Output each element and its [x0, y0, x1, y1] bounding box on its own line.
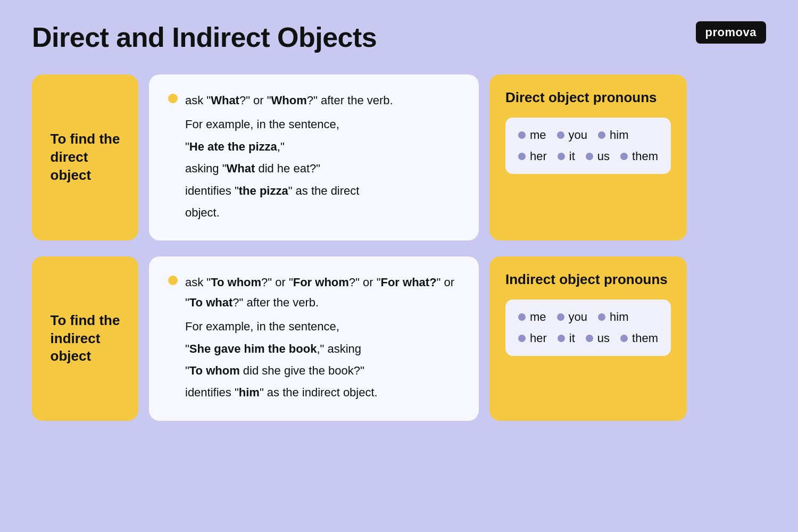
indirect-label-card: To find theindirectobject: [32, 256, 138, 420]
sections-container: To find thedirectobject ask "What?" or "…: [32, 74, 766, 421]
pronoun-dot: [558, 335, 565, 342]
indirect-object-row: To find theindirectobject ask "To whom?"…: [32, 256, 766, 420]
pronoun-it: it: [558, 331, 575, 345]
pronoun-them: them: [620, 149, 658, 163]
direct-explanation-card: ask "What?" or "Whom?" after the verb. F…: [149, 74, 479, 240]
direct-explanation-text: For example, in the sentence, "He ate th…: [168, 114, 460, 222]
pronoun-label: him: [610, 310, 628, 324]
pronoun-them: them: [620, 331, 658, 345]
indirect-explanation-text: For example, in the sentence, "She gave …: [168, 317, 460, 403]
pronoun-dot: [518, 153, 526, 160]
indirect-label-text: To find theindirectobject: [51, 312, 120, 365]
indirect-pronouns-row-2: her it us them: [518, 331, 658, 345]
pronoun-her: her: [518, 149, 547, 163]
direct-pronouns-row-2: her it us them: [518, 149, 658, 163]
pronoun-him: him: [598, 128, 628, 142]
indirect-explanation-card: ask "To whom?" or "For whom?" or "For wh…: [149, 256, 479, 420]
pronoun-me: me: [518, 128, 546, 142]
indirect-pronouns-list: me you him her: [505, 300, 671, 356]
pronoun-label: them: [632, 149, 658, 163]
pronoun-label: her: [530, 331, 547, 345]
indirect-bullet-dot: [168, 276, 178, 285]
pronoun-label: us: [597, 149, 610, 163]
direct-pronouns-title: Direct object pronouns: [505, 89, 671, 106]
pronoun-him: him: [598, 310, 628, 324]
direct-bullet-text: ask "What?" or "Whom?" after the verb.: [185, 90, 393, 110]
brand-badge: promova: [696, 21, 766, 44]
pronoun-label: it: [569, 331, 575, 345]
pronoun-us: us: [586, 149, 610, 163]
indirect-pronouns-title: Indirect object pronouns: [505, 271, 671, 288]
pronoun-dot: [518, 313, 526, 321]
direct-label-text: To find thedirectobject: [51, 130, 120, 184]
pronoun-dot: [557, 131, 564, 139]
pronoun-label: them: [632, 331, 658, 345]
pronoun-it: it: [558, 149, 575, 163]
pronoun-label: me: [530, 310, 546, 324]
pronoun-label: us: [597, 331, 610, 345]
pronoun-dot: [620, 153, 628, 160]
indirect-pronouns-row-1: me you him: [518, 310, 658, 324]
direct-bullet-dot: [168, 94, 178, 103]
direct-pronouns-card: Direct object pronouns me you him: [489, 74, 687, 240]
direct-object-row: To find thedirectobject ask "What?" or "…: [32, 74, 766, 240]
pronoun-her: her: [518, 331, 547, 345]
pronoun-dot: [586, 153, 593, 160]
pronoun-label: you: [569, 310, 587, 324]
pronoun-you: you: [557, 128, 587, 142]
pronoun-label: you: [569, 128, 587, 142]
pronoun-dot: [558, 153, 565, 160]
direct-label-card: To find thedirectobject: [32, 74, 138, 240]
direct-pronouns-row-1: me you him: [518, 128, 658, 142]
indirect-pronouns-card: Indirect object pronouns me you him: [489, 256, 687, 420]
pronoun-dot: [518, 335, 526, 342]
pronoun-us: us: [586, 331, 610, 345]
pronoun-label: him: [610, 128, 628, 142]
pronoun-label: it: [569, 149, 575, 163]
indirect-bullet-text: ask "To whom?" or "For whom?" or "For wh…: [185, 272, 460, 312]
pronoun-dot: [586, 335, 593, 342]
pronoun-dot: [620, 335, 628, 342]
pronoun-dot: [557, 313, 564, 321]
page-title: Direct and Indirect Objects: [32, 21, 766, 53]
pronoun-dot: [598, 131, 605, 139]
pronoun-label: me: [530, 128, 546, 142]
pronoun-me: me: [518, 310, 546, 324]
pronoun-dot: [598, 313, 605, 321]
pronoun-label: her: [530, 149, 547, 163]
pronoun-dot: [518, 131, 526, 139]
pronoun-you: you: [557, 310, 587, 324]
direct-pronouns-list: me you him her: [505, 118, 671, 174]
